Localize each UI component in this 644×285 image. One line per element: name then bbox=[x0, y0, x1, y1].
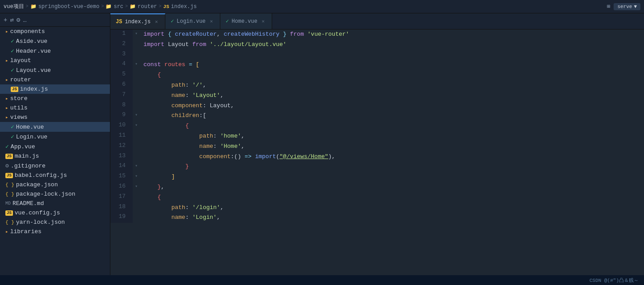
fold-8 bbox=[133, 101, 140, 111]
folder-icon: 📁 bbox=[105, 4, 112, 9]
fold-14[interactable]: ▾ bbox=[133, 162, 140, 172]
line-num-12: 12 bbox=[110, 142, 133, 152]
line-num-4: 4 bbox=[110, 60, 133, 70]
sidebar-item-aside-vue[interactable]: ✓ Aside.vue bbox=[0, 36, 110, 46]
sidebar-item-layout-section[interactable]: ▸ layout bbox=[0, 56, 110, 65]
sidebar-item-home-vue[interactable]: ✓ Home.vue bbox=[0, 122, 110, 132]
breadcrumb-vue-project[interactable]: vue项目 bbox=[4, 3, 24, 10]
sidebar-item-layout-vue[interactable]: ✓ Layout.vue bbox=[0, 65, 110, 75]
code-line-1: 1 ▾ import { createRouter, createWebHist… bbox=[110, 29, 644, 40]
tab-close-home[interactable]: ✕ bbox=[260, 18, 266, 24]
line-content-2: import Layout from '../layout/Layout.vue… bbox=[140, 40, 644, 50]
editor-area: JS index.js ✕ ✓ Login.vue ✕ ✓ Home.vue ✕… bbox=[110, 13, 644, 275]
sidebar-item-gitignore[interactable]: ⚙ .gitignore bbox=[0, 161, 110, 171]
code-line-4: 4 ▾ const routes = [ bbox=[110, 60, 644, 70]
sidebar-item-readme[interactable]: MD README.md bbox=[0, 199, 110, 208]
line-content-9: children:[ bbox=[140, 111, 644, 121]
code-line-16: 16 ▾ }, bbox=[110, 182, 644, 193]
line-content-18: path: '/login', bbox=[140, 203, 644, 213]
line-content-14: } bbox=[140, 162, 644, 172]
folder-icon: ▸ bbox=[5, 229, 8, 235]
vue-icon: ✓ bbox=[5, 143, 9, 150]
sidebar-item-babel-config[interactable]: JS babel.config.js bbox=[0, 171, 110, 180]
sidebar-item-package-lock[interactable]: { } package-lock.json bbox=[0, 189, 110, 199]
breadcrumb-src[interactable]: 📁 src bbox=[105, 4, 123, 10]
line-num-6: 6 bbox=[110, 80, 133, 91]
sidebar-item-main-js[interactable]: JS main.js bbox=[0, 151, 110, 161]
fold-11 bbox=[133, 131, 140, 142]
sidebar-item-yarn-lock[interactable]: { } yarn-lock.json bbox=[0, 218, 110, 227]
sidebar-section-libraries[interactable]: ▸ libraries bbox=[0, 227, 110, 236]
tab-close-login[interactable]: ✕ bbox=[208, 18, 215, 24]
vue-icon: ✓ bbox=[11, 133, 14, 140]
more-icon[interactable]: … bbox=[23, 17, 26, 24]
code-line-9: 9 ▾ children:[ bbox=[110, 111, 644, 121]
js-file-icon: JS bbox=[163, 4, 169, 9]
line-num-10: 10 bbox=[110, 121, 133, 131]
fold-15[interactable]: ▾ bbox=[133, 172, 140, 182]
vue-tab-icon: ✓ bbox=[171, 18, 174, 25]
js-icon: JS bbox=[11, 87, 18, 92]
breadcrumb-indexjs[interactable]: JS index.js bbox=[163, 4, 197, 10]
sidebar-item-components[interactable]: ▸ components bbox=[0, 27, 110, 36]
line-content-7: name: 'Layout', bbox=[140, 91, 644, 101]
sidebar-section-views[interactable]: ▸ views bbox=[0, 113, 110, 122]
code-line-13: 13 component:() => import("@/views/Home"… bbox=[110, 152, 644, 162]
sidebar-item-package-json[interactable]: { } package.json bbox=[0, 180, 110, 189]
sidebar: + ⇄ ⚙ … ▸ components ✓ Aside.vue ✓ Heade… bbox=[0, 13, 110, 275]
js-tab-icon: JS bbox=[116, 19, 122, 25]
sidebar-section-router[interactable]: ▸ router bbox=[0, 75, 110, 84]
tab-close-indexjs[interactable]: ✕ bbox=[153, 19, 160, 25]
line-num-3: 3 bbox=[110, 50, 133, 60]
tab-home-vue[interactable]: ✓ Home.vue ✕ bbox=[220, 13, 272, 29]
line-num-1: 1 bbox=[110, 29, 133, 40]
line-num-5: 5 bbox=[110, 70, 133, 80]
line-num-9: 9 bbox=[110, 111, 133, 121]
code-line-6: 6 path: '/', bbox=[110, 80, 644, 91]
file-icon: ⚙ bbox=[5, 162, 9, 169]
line-content-3 bbox=[140, 50, 644, 60]
line-content-12: name: 'Home', bbox=[140, 142, 644, 152]
line-content-16: }, bbox=[140, 182, 644, 193]
fold-4[interactable]: ▾ bbox=[133, 60, 140, 70]
sidebar-item-app-vue[interactable]: ✓ App.vue bbox=[0, 142, 110, 151]
serve-label: serve bbox=[617, 4, 632, 9]
tab-indexjs[interactable]: JS index.js ✕ bbox=[110, 13, 165, 29]
line-content-11: path: 'home', bbox=[140, 131, 644, 142]
tab-login-vue[interactable]: ✓ Login.vue ✕ bbox=[165, 13, 220, 29]
fold-10[interactable]: ▾ bbox=[133, 121, 140, 131]
new-folder-icon[interactable]: ⇄ bbox=[10, 16, 13, 24]
line-content-13: component:() => import("@/views/Home"), bbox=[140, 152, 644, 162]
code-line-2: 2 import Layout from '../layout/Layout.v… bbox=[110, 40, 644, 50]
new-file-icon[interactable]: + bbox=[4, 17, 7, 24]
fold-9[interactable]: ▾ bbox=[133, 111, 140, 121]
line-num-18: 18 bbox=[110, 203, 133, 213]
main-layout: + ⇄ ⚙ … ▸ components ✓ Aside.vue ✓ Heade… bbox=[0, 13, 644, 275]
sidebar-item-vue-config[interactable]: JS vue.config.js bbox=[0, 208, 110, 218]
breadcrumb-router[interactable]: 📁 router bbox=[130, 4, 157, 10]
fold-1[interactable]: ▾ bbox=[133, 29, 140, 40]
code-line-14: 14 ▾ } bbox=[110, 162, 644, 172]
sidebar-section-store[interactable]: ▸ store bbox=[0, 94, 110, 103]
sidebar-section-utils[interactable]: ▸ utils bbox=[0, 103, 110, 113]
breadcrumb-springboot[interactable]: 📁 springboot-vue-demo bbox=[30, 4, 100, 10]
line-content-17: { bbox=[140, 193, 644, 203]
settings-icon[interactable]: ⚙ bbox=[17, 16, 20, 24]
fold-16[interactable]: ▾ bbox=[133, 182, 140, 193]
code-editor[interactable]: 1 ▾ import { createRouter, createWebHist… bbox=[110, 29, 644, 275]
serve-button[interactable]: serve ▼ bbox=[614, 3, 640, 10]
md-icon: MD bbox=[5, 201, 11, 206]
fold-7 bbox=[133, 91, 140, 101]
line-content-1: import { createRouter, createWebHistory … bbox=[140, 29, 644, 40]
line-content-5: { bbox=[140, 70, 644, 80]
code-lines: 1 ▾ import { createRouter, createWebHist… bbox=[110, 29, 644, 223]
sidebar-item-indexjs[interactable]: JS index.js bbox=[0, 84, 110, 94]
sidebar-item-login-vue[interactable]: ✓ Login.vue bbox=[0, 132, 110, 142]
code-line-19: 19 name: 'Login', bbox=[110, 213, 644, 223]
line-num-19: 19 bbox=[110, 213, 133, 223]
sidebar-item-header-vue[interactable]: ✓ Header.vue bbox=[0, 46, 110, 56]
folder-icon: ▸ bbox=[5, 77, 8, 83]
vue-icon: ✓ bbox=[11, 47, 14, 54]
sidebar-toolbar: + ⇄ ⚙ … bbox=[0, 13, 110, 27]
code-line-12: 12 name: 'Home', bbox=[110, 142, 644, 152]
